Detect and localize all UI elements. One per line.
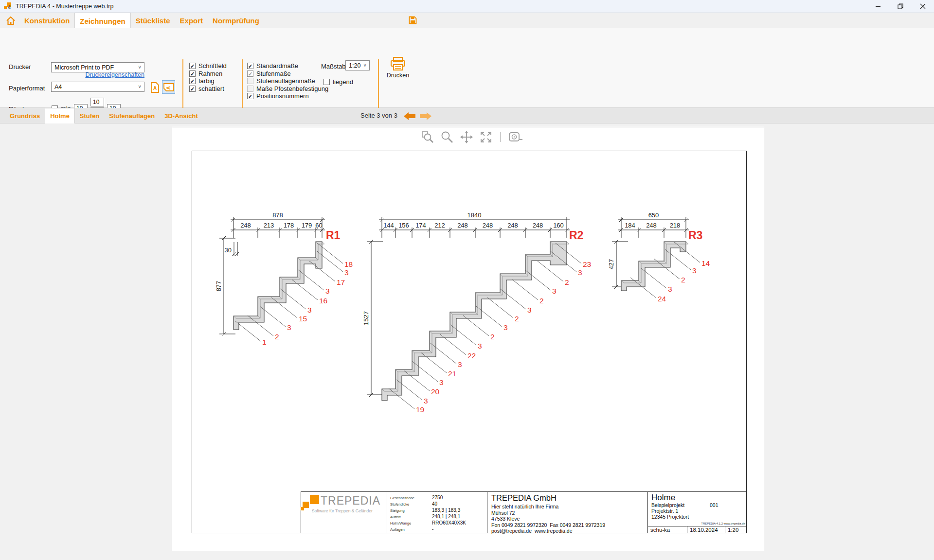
arrow-left-icon (404, 112, 416, 121)
arrow-right-icon (419, 112, 431, 121)
title-block: TREPEDIA Software für Treppen & Geländer… (301, 491, 746, 533)
menu-bar: KonstruktionZeichnungenStücklisteExportN… (0, 13, 934, 28)
main-menu: KonstruktionZeichnungenStücklisteExportN… (19, 13, 264, 28)
checkbox-row-rahmen[interactable]: ✓Rahmen (189, 70, 222, 77)
pan-icon[interactable] (460, 131, 473, 143)
checkbox[interactable] (247, 78, 253, 84)
checkbox-row-schattiert[interactable]: ✓schattiert (189, 85, 224, 92)
menu-item-stückliste[interactable]: Stückliste (131, 13, 175, 28)
checkbox-row-farbig[interactable]: ✓farbig (189, 77, 215, 85)
printer-properties-link[interactable]: Druckereigenschaften (51, 71, 144, 78)
menu-item-normprüfung[interactable]: Normprüfung (208, 13, 264, 28)
close-icon (920, 3, 926, 9)
sheet-number: 001 (710, 502, 718, 508)
sheet-author: schu-ka (648, 526, 687, 533)
spec-value: - (432, 526, 433, 532)
checkbox-row-standardma-e[interactable]: ✓Standardmaße (247, 62, 298, 70)
minimize-icon (875, 3, 881, 9)
scale-select-value: 1:20 (349, 62, 360, 69)
spec-value: 2750 (432, 495, 443, 500)
checkbox[interactable]: ✓ (247, 63, 253, 69)
checkbox[interactable]: ✓ (247, 70, 253, 77)
company-line: 47533 Kleve (491, 516, 520, 522)
paper-format-value: A4 (54, 84, 62, 90)
checkbox[interactable] (247, 86, 253, 92)
save-button[interactable] (407, 14, 418, 26)
spec-label: Holm/Wange (390, 521, 411, 525)
restore-button[interactable] (889, 0, 912, 13)
checkbox[interactable]: ✓ (189, 70, 196, 77)
scale-select[interactable]: 1:20˅ (345, 60, 370, 70)
zoom-icon[interactable] (441, 131, 453, 143)
checkbox-label: Rahmen (198, 70, 222, 77)
app-icon-badge: 4 (8, 4, 11, 10)
checkbox-label: schattiert (198, 85, 224, 92)
restore-icon (898, 3, 903, 9)
landscape-page-icon: A (163, 83, 174, 91)
drucken-button[interactable]: Drucken (383, 56, 413, 85)
menu-item-export[interactable]: Export (175, 13, 208, 28)
close-button[interactable] (912, 0, 934, 13)
spec-label: Stufendicke (390, 502, 409, 507)
drucken-label: Drucken (387, 72, 410, 79)
chevron-down-icon: ˅ (138, 65, 141, 70)
title-block-specs-cell: Geschosshöhe2750Stufendicke40Steigung183… (387, 492, 487, 533)
papierformat-label: Papierformat (9, 85, 45, 92)
checkbox-row-schriftfeld[interactable]: ✓Schriftfeld (189, 62, 227, 70)
minimize-button[interactable] (867, 0, 889, 13)
measure-tape-icon[interactable] (509, 131, 523, 143)
drawing-frame (192, 151, 747, 533)
company-line: Fon 0049 2821 9972320 Fax 0049 2821 9972… (491, 522, 605, 528)
checkbox-row-ma-e-pfostenbefestigung[interactable]: Maße Pfostenbefestigung (247, 85, 328, 92)
spec-label: Auftritt (390, 515, 401, 519)
drawing-tab-holme[interactable]: Holme (45, 108, 75, 123)
home-icon (6, 16, 16, 25)
checkbox-label: Standardmaße (256, 62, 298, 70)
checkbox[interactable]: ✓ (189, 86, 196, 92)
drucker-label: Drucker (9, 63, 31, 70)
company-line: Hier steht natürlich Ihre Firma (491, 504, 558, 509)
home-button[interactable] (6, 16, 17, 26)
drawing-viewport[interactable]: 8782482131781796087730R11831731631532118… (0, 123, 934, 560)
checkbox[interactable]: ✓ (189, 63, 196, 69)
menu-item-konstruktion[interactable]: Konstruktion (19, 13, 74, 28)
printer-select[interactable]: Microsoft Print to PDF˅ (51, 62, 144, 72)
checkbox-label: Maße Pfostenbefestigung (256, 85, 328, 92)
chevron-down-icon: ˅ (138, 84, 141, 89)
spec-value: 248,1 | 248,1 (432, 514, 460, 519)
checkbox-label: Stufenauflagenmaße (256, 77, 315, 85)
next-page-button[interactable] (419, 112, 432, 121)
company-name: TREPEDIA GmbH (491, 493, 557, 503)
title-block-sheet-cell: Holme Beispielprojekt 001 Projektstr. 1 … (647, 492, 747, 533)
checkbox[interactable]: ✓ (247, 93, 253, 99)
checkbox-label: Stufenmaße (256, 70, 291, 77)
fit-view-icon[interactable] (480, 131, 492, 143)
liegend-row: liegend (323, 78, 353, 86)
orientation-landscape-button[interactable]: A (162, 80, 175, 94)
drawing-tab-3d-ansicht[interactable]: 3D-Ansicht (160, 108, 203, 123)
app-icon: 4 (4, 2, 13, 11)
ribbon: Drucker Microsoft Print to PDF˅ Druckere… (0, 28, 934, 108)
liegend-checkbox[interactable] (323, 79, 330, 85)
logo-wordmark: TREPEDIA (321, 494, 380, 508)
spec-label: Steigung (390, 508, 405, 513)
previous-page-button[interactable] (404, 112, 416, 121)
spec-value: 40 (432, 501, 437, 507)
zoom-selection-icon[interactable] (421, 131, 434, 143)
drawing-tab-stufenauflagen[interactable]: Stufenauflagen (104, 108, 160, 123)
checkbox-label: Positionsnummern (256, 92, 309, 100)
checkbox-row-stufenauflagenma-e[interactable]: Stufenauflagenmaße (247, 77, 315, 85)
checkbox-row-stufenma-e[interactable]: ✓Stufenmaße (247, 70, 291, 77)
checkbox[interactable]: ✓ (189, 78, 196, 84)
menu-item-zeichnungen[interactable]: Zeichnungen (74, 13, 130, 29)
drawing-tab-grundriss[interactable]: Grundriss (5, 108, 45, 123)
paper-format-select[interactable]: A4˅ (51, 82, 144, 92)
trepedia-window: 4 TREPEDIA 4 - Mustertreppe web.trp Kons… (0, 0, 934, 560)
margin-top-input[interactable] (90, 98, 104, 106)
orientation-portrait-button[interactable]: A (149, 81, 161, 94)
chevron-down-icon: ˅ (363, 63, 366, 68)
drawing-tab-stufen[interactable]: Stufen (75, 108, 104, 123)
sheet-title: Holme (651, 493, 675, 503)
checkbox-row-positionsnummern[interactable]: ✓Positionsnummern (247, 92, 309, 100)
checkbox-label: farbig (198, 77, 215, 85)
